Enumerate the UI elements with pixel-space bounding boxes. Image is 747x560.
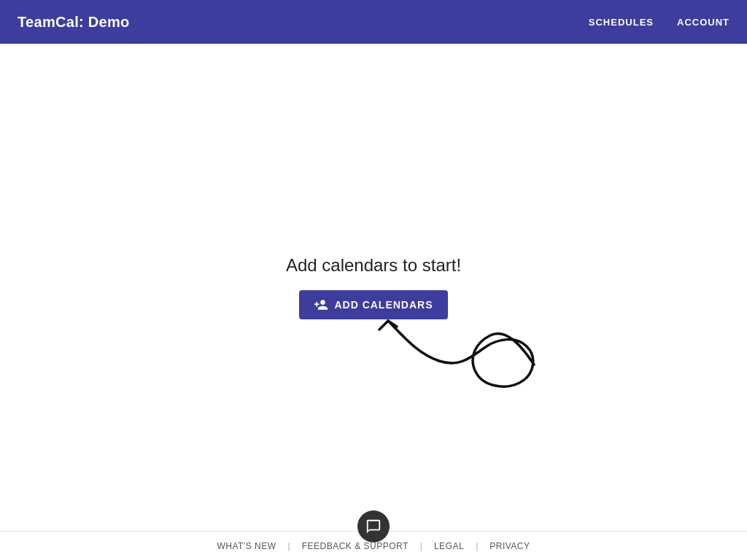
app-logo[interactable]: TeamCal: Demo bbox=[18, 14, 130, 31]
nav-schedules[interactable]: SCHEDULES bbox=[589, 17, 654, 28]
footer-whats-new[interactable]: WHAT'S NEW bbox=[217, 541, 276, 551]
footer-legal[interactable]: LEGAL bbox=[434, 541, 464, 551]
chat-bubble-button[interactable] bbox=[357, 510, 390, 542]
footer-feedback[interactable]: FEEDBACK & SUPPORT bbox=[302, 541, 409, 551]
center-content: Add calendars to start! ADD CALENDARS bbox=[286, 255, 461, 319]
footer-divider-3: | bbox=[476, 541, 478, 551]
add-calendars-button[interactable]: ADD CALENDARS bbox=[299, 290, 447, 319]
main-content: Add calendars to start! ADD CALENDARS bbox=[0, 44, 747, 531]
add-calendars-label: ADD CALENDARS bbox=[334, 299, 433, 311]
footer-divider-1: | bbox=[288, 541, 290, 551]
header-nav: SCHEDULES ACCOUNT bbox=[589, 17, 729, 28]
prompt-text: Add calendars to start! bbox=[286, 255, 461, 276]
footer-privacy[interactable]: PRIVACY bbox=[489, 541, 530, 551]
app-header: TeamCal: Demo SCHEDULES ACCOUNT bbox=[0, 0, 747, 44]
person-add-icon bbox=[314, 298, 328, 312]
footer-divider-2: | bbox=[420, 541, 422, 551]
nav-account[interactable]: ACCOUNT bbox=[677, 17, 729, 28]
